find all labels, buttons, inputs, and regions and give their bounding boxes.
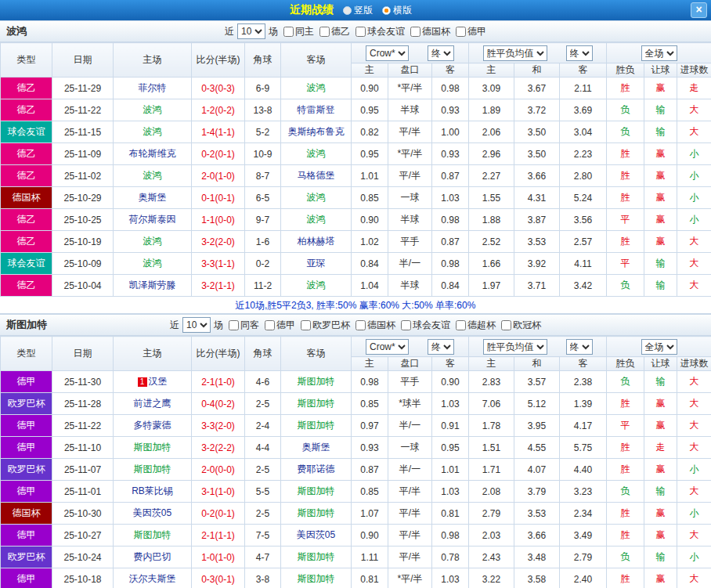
radio-horizontal[interactable]: 横版: [382, 4, 412, 17]
col-odds-away: 客: [432, 357, 469, 371]
away-team[interactable]: 斯图加特: [281, 371, 352, 393]
home-team[interactable]: 波鸿: [114, 99, 192, 121]
away-team[interactable]: 柏林赫塔: [281, 231, 352, 253]
filter-checkbox-input[interactable]: [265, 320, 275, 330]
filter-checkbox-input[interactable]: [456, 320, 466, 330]
away-team[interactable]: 波鸿: [281, 187, 352, 209]
odds-away: 1.00: [432, 121, 469, 143]
result: 负: [607, 99, 644, 121]
close-icon[interactable]: ×: [691, 2, 707, 18]
avg-win: 2.27: [469, 165, 514, 187]
home-team[interactable]: 波鸿: [114, 253, 192, 275]
filter-checkbox[interactable]: 球会友谊: [395, 319, 450, 332]
away-team[interactable]: 波鸿: [281, 209, 352, 231]
filter-checkbox[interactable]: 德超杯: [450, 319, 496, 332]
goals-result: 大: [677, 415, 711, 437]
home-team[interactable]: 费内巴切: [114, 547, 192, 568]
home-team[interactable]: 布轮斯维克: [114, 143, 192, 165]
match-count-select[interactable]: 10: [182, 317, 211, 333]
final-select[interactable]: 终: [566, 339, 593, 355]
filter-checkbox-input[interactable]: [410, 27, 420, 37]
filter-checkbox[interactable]: 德国杯: [350, 319, 395, 332]
col-avg-win: 主: [469, 357, 514, 371]
away-team[interactable]: 美因茨05: [281, 525, 352, 547]
away-team[interactable]: 斯图加特: [281, 393, 352, 415]
filter-checkbox[interactable]: 欧罗巴杯: [295, 319, 350, 332]
match-score: 0-2(0-1): [192, 503, 245, 525]
home-team[interactable]: 前进之鹰: [114, 393, 192, 415]
home-team[interactable]: 沃尔夫斯堡: [114, 568, 192, 588]
away-team[interactable]: 斯图加特: [281, 547, 352, 568]
filter-checkbox-input[interactable]: [301, 320, 311, 330]
home-team[interactable]: 菲尔特: [114, 78, 192, 99]
final-select[interactable]: 终: [428, 45, 454, 61]
home-team[interactable]: 波鸿: [114, 165, 192, 187]
away-team[interactable]: 亚琛: [281, 253, 352, 275]
radio-horizontal-icon[interactable]: [382, 6, 391, 15]
filter-checkbox-input[interactable]: [501, 320, 511, 330]
home-team[interactable]: 1汉堡: [114, 371, 192, 393]
avg-win: 2.03: [469, 525, 514, 547]
home-team[interactable]: 奥斯堡: [114, 187, 192, 209]
result: 负: [607, 481, 644, 503]
match-count-select[interactable]: 10: [237, 23, 265, 39]
home-team[interactable]: 斯图加特: [114, 437, 192, 459]
filter-checkbox[interactable]: 同主: [278, 25, 314, 38]
away-team[interactable]: 费耶诺德: [281, 459, 352, 481]
wdl-avg-select[interactable]: 胜平负均值: [483, 45, 547, 61]
away-team[interactable]: 斯图加特: [281, 415, 352, 437]
col-score: 比分(半场): [192, 43, 245, 78]
home-team[interactable]: 凯泽斯劳滕: [114, 275, 192, 297]
wdl-avg-select[interactable]: 胜平负均值: [483, 339, 547, 355]
filter-checkbox-input[interactable]: [401, 320, 411, 330]
final-select[interactable]: 终: [566, 45, 593, 61]
avg-win: 1.55: [469, 187, 514, 209]
radio-vertical[interactable]: 竖版: [343, 4, 373, 17]
filter-checkbox-input[interactable]: [229, 320, 239, 330]
filter-checkbox[interactable]: 德国杯: [405, 25, 450, 38]
filter-checkbox-input[interactable]: [283, 27, 294, 37]
away-team[interactable]: 特雷斯登: [281, 99, 352, 121]
filter-checkbox[interactable]: 德甲: [450, 25, 486, 38]
home-team[interactable]: 波鸿: [114, 231, 192, 253]
radio-vertical-icon[interactable]: [343, 6, 352, 15]
away-team[interactable]: 斯图加特: [281, 481, 352, 503]
home-team[interactable]: 斯图加特: [114, 459, 192, 481]
handicap: *平/半: [388, 78, 432, 99]
scope-select[interactable]: 全场: [641, 339, 677, 355]
filter-checkbox-input[interactable]: [356, 27, 366, 37]
away-team[interactable]: 斯图加特: [281, 568, 352, 588]
home-team[interactable]: 斯图加特: [114, 525, 192, 547]
home-team[interactable]: 荷尔斯泰因: [114, 209, 192, 231]
filter-checkbox[interactable]: 同客: [223, 319, 259, 332]
odds-away: 0.87: [432, 165, 469, 187]
filter-checkbox[interactable]: 球会友谊: [350, 25, 405, 38]
match-date: 25-10-25: [52, 209, 114, 231]
home-team[interactable]: RB莱比锡: [114, 481, 192, 503]
final-select[interactable]: 终: [428, 339, 454, 355]
filter-checkbox[interactable]: 德甲: [259, 319, 295, 332]
filter-checkbox[interactable]: 欧冠杯: [496, 319, 541, 332]
match-score: 1-4(1-1): [192, 121, 245, 143]
away-team[interactable]: 奥斯堡: [281, 437, 352, 459]
away-team[interactable]: 奥斯纳布鲁克: [281, 121, 352, 143]
scope-select[interactable]: 全场: [641, 45, 677, 61]
filter-checkbox-input[interactable]: [319, 27, 330, 37]
filter-checkbox[interactable]: 德乙: [314, 25, 350, 38]
filter-checkbox-input[interactable]: [456, 27, 466, 37]
bookmaker-select[interactable]: Crow*: [366, 339, 409, 355]
away-team[interactable]: 马格德堡: [281, 165, 352, 187]
match-date: 25-11-30: [52, 371, 114, 393]
home-team[interactable]: 多特蒙德: [114, 415, 192, 437]
home-team[interactable]: 波鸿: [114, 121, 192, 143]
match-row: 德乙25-11-22波鸿1-2(0-2)13-8特雷斯登0.95半球0.931.…: [1, 99, 711, 121]
home-team[interactable]: 美因茨05: [114, 503, 192, 525]
away-team[interactable]: 斯图加特: [281, 503, 352, 525]
handicap: 平/半: [388, 165, 432, 187]
bookmaker-select[interactable]: Crow*: [366, 45, 409, 61]
away-team[interactable]: 波鸿: [281, 275, 352, 297]
away-team[interactable]: 波鸿: [281, 78, 352, 99]
filter-checkbox-input[interactable]: [356, 320, 366, 330]
match-row: 德乙25-11-02波鸿2-0(1-0)8-7马格德堡1.01平/半0.872.…: [1, 165, 711, 187]
away-team[interactable]: 波鸿: [281, 143, 352, 165]
